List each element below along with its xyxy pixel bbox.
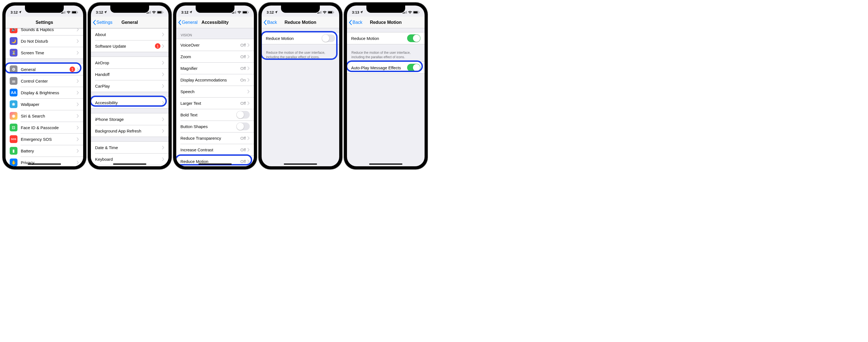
row-label: AirDrop — [95, 60, 162, 65]
settings-row[interactable]: Increase ContrastOff — [176, 144, 254, 155]
content-scroll[interactable]: Reduce MotionReduce the motion of the us… — [347, 28, 425, 166]
home-indicator — [198, 163, 232, 165]
row-label: CarPlay — [95, 84, 162, 88]
row-label: iPhone Storage — [95, 117, 162, 122]
switches-icon: ⚌ — [10, 77, 18, 85]
settings-row[interactable]: Software Update1 — [91, 40, 168, 52]
settings-row[interactable]: Auto-Play Message Effects — [347, 62, 425, 73]
row-detail: Off — [240, 101, 246, 105]
chevron-right-icon — [162, 84, 164, 88]
settings-row[interactable]: Larger TextOff — [176, 97, 254, 109]
svg-rect-21 — [317, 13, 318, 13]
battery-status-icon — [157, 11, 163, 14]
row-label: Reduce Motion — [351, 36, 407, 41]
settings-row[interactable]: Accessibility — [91, 97, 168, 108]
svg-rect-22 — [318, 12, 319, 13]
home-indicator — [28, 163, 61, 165]
row-label: Accessibility — [95, 100, 162, 105]
content-scroll[interactable]: Reduce MotionReduce the motion of the us… — [261, 28, 339, 166]
row-label: Background App Refresh — [95, 129, 162, 133]
row-label: Zoom — [180, 54, 240, 59]
settings-row[interactable]: ◉Siri & Search — [5, 110, 83, 122]
svg-rect-30 — [405, 12, 406, 13]
settings-row[interactable]: Keyboard — [91, 153, 168, 165]
settings-row[interactable]: AADisplay & Brightness — [5, 87, 83, 98]
chevron-right-icon — [77, 79, 79, 83]
content-scroll[interactable]: 🔊Sounds & Haptics🌙Do Not Disturb⏳Screen … — [5, 28, 83, 166]
settings-row[interactable]: VoiceOverOff — [176, 39, 254, 51]
notch — [25, 5, 64, 13]
svg-rect-31 — [406, 11, 407, 13]
toggle-switch[interactable] — [237, 111, 250, 119]
switch-knob — [237, 123, 244, 130]
settings-row[interactable]: ⚙︎General1 — [5, 63, 83, 75]
settings-row[interactable]: 🔊Sounds & Haptics — [5, 28, 83, 35]
settings-row[interactable]: About — [91, 29, 168, 40]
settings-row[interactable]: ▮Battery — [5, 145, 83, 157]
settings-row[interactable]: Language & Region — [91, 165, 168, 166]
settings-row[interactable]: Speech — [176, 86, 254, 97]
battery-icon: ▮ — [10, 147, 18, 155]
row-label: Keyboard — [95, 157, 162, 162]
settings-row[interactable]: ⚌Control Center — [5, 75, 83, 87]
sound-icon: 🔊 — [10, 28, 18, 33]
settings-row[interactable]: ⏳Screen Time — [5, 47, 83, 59]
row-label: Increase Contrast — [180, 148, 240, 152]
settings-row[interactable]: 🌙Do Not Disturb — [5, 35, 83, 47]
settings-row[interactable]: Date & Time — [91, 142, 168, 153]
row-label: Reduce Motion — [266, 36, 322, 41]
svg-rect-2 — [63, 12, 64, 13]
row-label: Display & Brightness — [21, 90, 77, 95]
settings-row[interactable]: Reduce Motion — [347, 32, 425, 44]
faceid-icon: ⊡ — [10, 124, 18, 131]
nav-back-button[interactable]: General — [178, 20, 197, 25]
settings-group: iPhone StorageBackground App Refresh — [91, 113, 168, 137]
moon-icon: 🌙 — [10, 37, 18, 45]
status-time: 3:12 — [267, 10, 274, 14]
settings-row[interactable]: Bold Text — [176, 109, 254, 121]
notification-badge: 1 — [69, 66, 75, 72]
notch — [366, 5, 405, 13]
content-scroll[interactable]: AboutSoftware Update1AirDropHandoffCarPl… — [91, 28, 168, 166]
nav-back-button[interactable]: Back — [263, 20, 277, 25]
settings-group: AboutSoftware Update1 — [91, 28, 168, 52]
settings-row[interactable]: Reduce TransparencyOff — [176, 132, 254, 144]
settings-row[interactable]: ZoomOff — [176, 51, 254, 62]
settings-row[interactable]: Reduce MotionOff — [176, 155, 254, 166]
settings-row[interactable]: Background App Refresh — [91, 125, 168, 137]
row-detail: On — [240, 77, 246, 82]
toggle-switch[interactable] — [237, 123, 250, 130]
settings-row[interactable]: ⊡Face ID & Passcode — [5, 122, 83, 133]
svg-rect-13 — [163, 12, 163, 13]
nav-title: Settings — [35, 20, 53, 25]
home-indicator — [369, 163, 402, 165]
settings-row[interactable]: iPhone Storage — [91, 113, 168, 125]
settings-row[interactable]: Reduce Motion — [261, 32, 339, 44]
aa-icon: AA — [10, 89, 18, 96]
settings-row[interactable]: MagnifierOff — [176, 62, 254, 74]
settings-row[interactable]: Handoff — [91, 68, 168, 80]
nav-back-button[interactable]: Back — [349, 20, 363, 25]
settings-row[interactable]: Button Shapes — [176, 121, 254, 132]
svg-rect-34 — [419, 12, 420, 13]
row-label: About — [95, 32, 162, 37]
wallpaper-icon: ❀ — [10, 100, 18, 108]
toggle-switch[interactable] — [407, 64, 421, 71]
nav-back-button[interactable]: Settings — [93, 20, 113, 25]
row-label: Magnifier — [180, 66, 240, 71]
settings-row[interactable]: CarPlay — [91, 80, 168, 92]
settings-row[interactable]: AirDrop — [91, 57, 168, 68]
settings-row[interactable]: ❀Wallpaper — [5, 98, 83, 110]
gear-icon: ⚙︎ — [10, 65, 18, 73]
toggle-switch[interactable] — [322, 34, 335, 42]
toggle-switch[interactable] — [407, 34, 421, 42]
chevron-right-icon — [77, 137, 79, 141]
chevron-right-icon — [77, 51, 79, 55]
content-scroll[interactable]: VISIONVoiceOverOffZoomOffMagnifierOffDis… — [176, 28, 254, 166]
settings-row[interactable]: Display AccommodationsOn — [176, 74, 254, 86]
svg-rect-12 — [157, 11, 162, 13]
settings-row[interactable]: ✋Privacy — [5, 157, 83, 166]
row-label: Reduce Motion — [180, 159, 240, 164]
status-time: 3:13 — [352, 10, 359, 14]
settings-row[interactable]: SOSEmergency SOS — [5, 133, 83, 145]
